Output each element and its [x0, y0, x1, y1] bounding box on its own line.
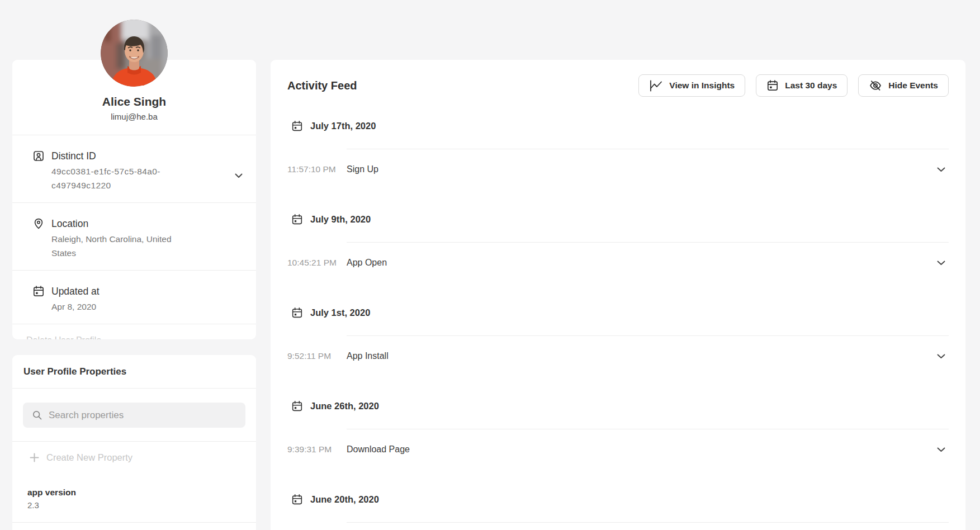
property-item-app-version[interactable]: app version 2.3: [12, 480, 256, 523]
chevron-down-icon[interactable]: [937, 447, 945, 452]
date-label: July 17th, 2020: [310, 120, 376, 132]
activity-feed-title: Activity Feed: [287, 79, 357, 92]
chevron-down-icon[interactable]: [937, 167, 945, 172]
date-label: June 26th, 2020: [310, 400, 379, 412]
create-new-property-button[interactable]: Create New Property: [12, 441, 256, 480]
activity-feed-card: Activity Feed View in Insights Last 30 d…: [271, 60, 965, 530]
properties-search-section: [12, 388, 256, 441]
feed-group: June 20th, 2020: [287, 470, 949, 530]
eye-off-icon: [869, 79, 882, 92]
field-value-distinct-id: 49cc0381-e1fc-57c5-84a0- c497949c1220: [51, 164, 160, 192]
field-label: Distinct ID: [51, 150, 160, 162]
event-row[interactable]: 9:39:31 PM Download Page: [287, 429, 949, 470]
delete-user-profile-button[interactable]: Delete User Profile: [26, 335, 101, 339]
event-row[interactable]: 10:45:21 PM App Open: [287, 242, 949, 283]
date-header: July 17th, 2020: [287, 97, 949, 149]
button-label: View in Insights: [669, 81, 735, 91]
delete-profile-row: Delete User Profile: [12, 324, 256, 339]
create-new-property-label: Create New Property: [46, 452, 132, 463]
date-label: June 20th, 2020: [310, 493, 379, 505]
property-name: app version: [27, 486, 245, 499]
date-label: July 9th, 2020: [310, 213, 371, 225]
calendar-icon: [291, 214, 303, 225]
field-value-updated-at: Apr 8, 2020: [51, 300, 100, 314]
activity-feed-header: Activity Feed View in Insights Last 30 d…: [287, 74, 949, 97]
field-row-location: Location Raleigh, North Carolina, United…: [12, 202, 256, 270]
properties-title: User Profile Properties: [12, 355, 256, 388]
profile-email: limuj@he.ba: [23, 111, 245, 122]
date-header: June 20th, 2020: [287, 470, 949, 522]
chevron-down-icon[interactable]: [937, 354, 945, 359]
feed-group: July 1st, 2020 9:52:11 PM App Install: [287, 283, 949, 377]
chevron-down-icon[interactable]: [937, 261, 945, 266]
feed-buttons: View in Insights Last 30 days: [638, 74, 949, 97]
profile-properties-card: User Profile Properties Create New Prope…: [12, 355, 256, 530]
calendar-icon: [32, 285, 45, 297]
plus-icon: [30, 453, 39, 462]
id-card-icon: [32, 150, 45, 162]
calendar-icon: [291, 494, 303, 505]
feed-group: July 17th, 2020 11:57:10 PM Sign Up: [287, 97, 949, 190]
calendar-icon: [766, 79, 779, 92]
field-label: Location: [51, 217, 191, 230]
chevron-down-icon[interactable]: [235, 173, 243, 178]
location-pin-icon: [32, 217, 45, 230]
date-label: July 1st, 2020: [310, 306, 370, 319]
profile-card: Alice Singh limuj@he.ba Distinct ID 49cc…: [12, 60, 256, 339]
field-row-updated-at: Updated at Apr 8, 2020: [12, 270, 256, 324]
event-name: App Install: [347, 351, 937, 362]
last-30-days-button[interactable]: Last 30 days: [756, 74, 848, 97]
hide-events-button[interactable]: Hide Events: [858, 74, 949, 97]
field-row-distinct-id: Distinct ID 49cc0381-e1fc-57c5-84a0- c49…: [12, 135, 256, 202]
feed-group: June 26th, 2020 9:39:31 PM Download Page: [287, 377, 949, 470]
button-label: Hide Events: [888, 81, 938, 91]
button-label: Last 30 days: [785, 81, 837, 91]
avatar: [101, 20, 168, 87]
calendar-icon: [291, 307, 303, 319]
view-in-insights-button[interactable]: View in Insights: [638, 74, 745, 97]
event-row[interactable]: 9:52:11 PM App Install: [287, 335, 949, 377]
calendar-icon: [291, 120, 303, 132]
event-row[interactable]: [287, 522, 949, 530]
event-name: Sign Up: [347, 164, 937, 175]
field-label: Updated at: [51, 285, 100, 297]
search-box[interactable]: [23, 403, 245, 428]
left-sidebar: Alice Singh limuj@he.ba Distinct ID 49cc…: [12, 0, 256, 530]
search-properties-input[interactable]: [49, 410, 236, 421]
profile-name: Alice Singh: [23, 94, 245, 109]
event-time: 10:45:21 PM: [287, 257, 347, 268]
field-value-location: Raleigh, North Carolina, United States: [51, 232, 191, 260]
event-time: 9:52:11 PM: [287, 351, 347, 362]
feed-group: July 9th, 2020 10:45:21 PM App Open: [287, 190, 949, 283]
property-value: 2.3: [27, 499, 245, 512]
date-header: July 9th, 2020: [287, 190, 949, 242]
search-icon: [32, 410, 42, 420]
date-header: June 26th, 2020: [287, 377, 949, 429]
event-row[interactable]: 11:57:10 PM Sign Up: [287, 149, 949, 190]
event-name: Download Page: [347, 444, 937, 455]
event-name: App Open: [347, 257, 937, 268]
line-chart-icon: [649, 80, 663, 92]
event-time: 9:39:31 PM: [287, 444, 347, 455]
date-header: July 1st, 2020: [287, 283, 949, 335]
calendar-icon: [291, 400, 303, 412]
event-time: 11:57:10 PM: [287, 164, 347, 175]
